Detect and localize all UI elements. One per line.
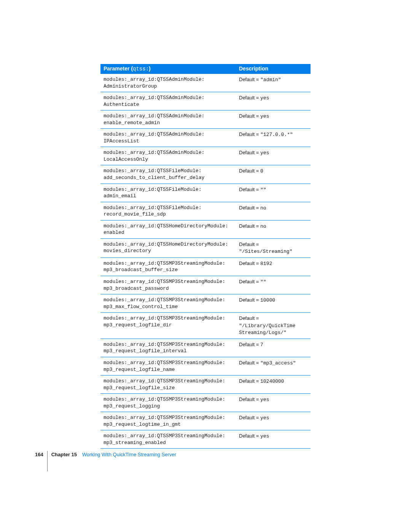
desc-cell: Default = yes xyxy=(236,394,311,412)
desc-cell: Default = "" xyxy=(236,276,311,294)
param-cell: modules:_array_id:QTSSMP3StreamingModule… xyxy=(100,339,236,357)
default-label: Default = xyxy=(239,360,260,366)
param-cell: modules:_array_id:QTSSMP3StreamingModule… xyxy=(100,412,236,430)
default-value: yes xyxy=(260,113,269,119)
table-row: modules:_array_id:QTSSMP3StreamingModule… xyxy=(100,412,311,430)
default-label: Default = xyxy=(239,205,260,211)
default-value: 10000 xyxy=(260,297,275,303)
default-value: "" xyxy=(260,279,266,285)
param-cell: modules:_array_id:QTSSFileModule: admin_… xyxy=(100,184,236,202)
default-value: no xyxy=(260,205,266,211)
default-value: 7 xyxy=(260,342,263,348)
default-value: yes xyxy=(260,95,269,101)
default-value: "127.0.0.*" xyxy=(260,132,293,137)
page-number: 164 xyxy=(35,451,47,457)
param-header: Parameter (qtss:) xyxy=(100,64,236,74)
param-cell: modules:_array_id:QTSSMP3StreamingModule… xyxy=(100,257,236,276)
table-row: modules:_array_id:QTSSMP3StreamingModule… xyxy=(100,375,311,394)
default-value: "/Library/QuickTime Streaming/Logs/" xyxy=(239,323,295,336)
desc-cell: Default = 10000 xyxy=(236,294,311,313)
table-row: modules:_array_id:QTSSMP3StreamingModule… xyxy=(100,357,311,375)
chapter-label: Chapter 15 xyxy=(51,451,82,457)
param-cell: modules:_array_id:QTSSMP3StreamingModule… xyxy=(100,313,236,339)
parameter-table-wrap: Parameter (qtss:) Description modules:_a… xyxy=(100,64,311,449)
param-header-mono: qtss: xyxy=(133,66,149,72)
default-label: Default = xyxy=(239,260,260,266)
default-value: "mp3_access" xyxy=(260,360,296,366)
desc-cell: Default = no xyxy=(236,220,311,238)
page: Parameter (qtss:) Description modules:_a… xyxy=(0,0,411,532)
param-cell: modules:_array_id:QTSSMP3StreamingModule… xyxy=(100,276,236,294)
default-value: "admin" xyxy=(260,77,281,83)
param-cell: modules:_array_id:QTSSAdminModule: IPAcc… xyxy=(100,129,236,147)
default-label: Default = xyxy=(239,297,260,303)
param-cell: modules:_array_id:QTSSFileModule: record… xyxy=(100,202,236,220)
default-label: Default = xyxy=(239,131,260,137)
default-label: Default = xyxy=(239,415,260,420)
footer-divider xyxy=(47,451,48,471)
default-label: Default = xyxy=(239,241,259,247)
default-value: no xyxy=(260,224,266,229)
default-value: yes xyxy=(260,150,269,156)
table-row: modules:_array_id:QTSSMP3StreamingModule… xyxy=(100,276,311,294)
desc-cell: Default = yes xyxy=(236,147,311,165)
param-cell: modules:_array_id:QTSSHomeDirectoryModul… xyxy=(100,238,236,257)
param-cell: modules:_array_id:QTSSMP3StreamingModule… xyxy=(100,357,236,375)
desc-cell: Default = yes xyxy=(236,110,311,129)
desc-cell: Default = no xyxy=(236,202,311,220)
table-row: modules:_array_id:QTSSFileModule: add_se… xyxy=(100,165,311,184)
default-label: Default = xyxy=(239,168,260,174)
default-label: Default = xyxy=(239,150,260,155)
chapter-title: Working With QuickTime Streaming Server xyxy=(82,451,176,457)
table-row: modules:_array_id:QTSSFileModule: admin_… xyxy=(100,184,311,202)
table-row: modules:_array_id:QTSSHomeDirectoryModul… xyxy=(100,220,311,238)
default-label: Default = xyxy=(239,77,260,82)
param-cell: modules:_array_id:QTSSAdminModule: Authe… xyxy=(100,92,236,110)
table-row: modules:_array_id:QTSSFileModule: record… xyxy=(100,202,311,220)
default-label: Default = xyxy=(239,396,260,402)
param-cell: modules:_array_id:QTSSMP3StreamingModule… xyxy=(100,375,236,394)
desc-cell: Default = 7 xyxy=(236,339,311,357)
default-label: Default = xyxy=(239,342,260,347)
desc-cell: Default = yes xyxy=(236,412,311,430)
table-header-row: Parameter (qtss:) Description xyxy=(100,64,311,74)
table-row: modules:_array_id:QTSSAdminModule: IPAcc… xyxy=(100,129,311,147)
param-cell: modules:_array_id:QTSSMP3StreamingModule… xyxy=(100,394,236,412)
param-header-label: Parameter xyxy=(104,66,130,72)
table-row: modules:_array_id:QTSSMP3StreamingModule… xyxy=(100,394,311,412)
table-row: modules:_array_id:QTSSAdminModule: Authe… xyxy=(100,92,311,110)
desc-cell: Default = "mp3_access" xyxy=(236,357,311,375)
table-row: modules:_array_id:QTSSMP3StreamingModule… xyxy=(100,430,311,449)
default-value: yes xyxy=(260,433,269,439)
default-value: yes xyxy=(260,415,269,421)
default-label: Default = xyxy=(239,223,260,229)
desc-cell: Default = "127.0.0.*" xyxy=(236,129,311,147)
desc-cell: Default = 10240000 xyxy=(236,375,311,394)
desc-header: Description xyxy=(236,64,311,74)
desc-cell: Default = yes xyxy=(236,92,311,110)
desc-cell: Default = 0 xyxy=(236,165,311,184)
desc-cell: Default = "/Library/QuickTime Streaming/… xyxy=(236,313,311,339)
param-cell: modules:_array_id:QTSSAdminModule: enabl… xyxy=(100,110,236,129)
default-value: "" xyxy=(260,187,266,193)
default-label: Default = xyxy=(239,378,260,384)
default-value: 0 xyxy=(260,168,263,174)
default-label: Default = xyxy=(239,279,260,284)
param-cell: modules:_array_id:QTSSFileModule: add_se… xyxy=(100,165,236,184)
default-label: Default = xyxy=(239,95,260,101)
param-cell: modules:_array_id:QTSSMP3StreamingModule… xyxy=(100,430,236,449)
parameter-table: Parameter (qtss:) Description modules:_a… xyxy=(100,64,311,449)
table-row: modules:_array_id:QTSSMP3StreamingModule… xyxy=(100,313,311,339)
param-cell: modules:_array_id:QTSSHomeDirectoryModul… xyxy=(100,220,236,238)
desc-cell: Default = "" xyxy=(236,184,311,202)
default-value: 10240000 xyxy=(260,379,284,384)
default-label: Default = xyxy=(239,315,259,321)
table-row: modules:_array_id:QTSSAdminModule: Admin… xyxy=(100,74,311,92)
default-label: Default = xyxy=(239,113,260,119)
default-value: 8192 xyxy=(260,261,272,267)
table-row: modules:_array_id:QTSSAdminModule: Local… xyxy=(100,147,311,165)
desc-cell: Default = "/Sites/Streaming" xyxy=(236,238,311,257)
param-cell: modules:_array_id:QTSSAdminModule: Admin… xyxy=(100,74,236,92)
default-label: Default = xyxy=(239,187,260,192)
param-header-close: ) xyxy=(149,66,151,72)
